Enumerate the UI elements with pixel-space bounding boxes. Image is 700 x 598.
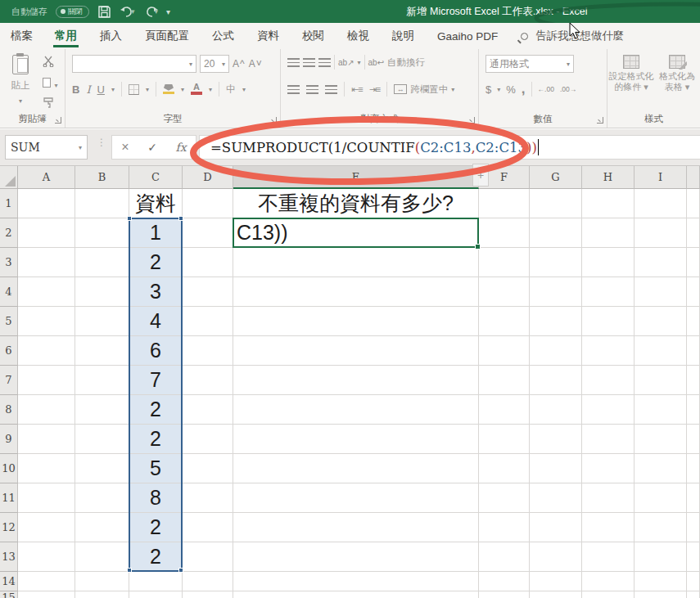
phonetic-dropdown-icon[interactable]: ▾ <box>242 86 246 93</box>
increase-indent-button[interactable]: ⇥≡ <box>369 84 381 95</box>
grow-font-button[interactable]: A^ <box>233 58 246 70</box>
currency-button[interactable]: $ <box>485 83 491 96</box>
cell-A8[interactable] <box>18 395 75 425</box>
format-as-table-button[interactable]: 格式化為表格 ▾ <box>657 55 698 92</box>
name-box[interactable]: SUM▾ <box>5 135 88 160</box>
cell-C3[interactable]: 2 <box>129 248 183 277</box>
copy-button[interactable]: ▾ <box>43 76 57 91</box>
cell-C12[interactable]: 2 <box>129 513 183 542</box>
cell-H9[interactable] <box>582 425 635 454</box>
cell-H3[interactable] <box>582 248 635 277</box>
cell-F3[interactable] <box>479 248 530 277</box>
cell-G15[interactable] <box>530 591 582 598</box>
cell-B15[interactable] <box>75 591 129 598</box>
cell-F10[interactable] <box>479 454 530 483</box>
cell-H5[interactable] <box>582 307 635 336</box>
align-center-button[interactable] <box>306 85 318 94</box>
cell-I8[interactable] <box>635 395 687 425</box>
cell-A3[interactable] <box>18 248 75 277</box>
cell-G14[interactable] <box>530 572 582 591</box>
decrease-decimal-button[interactable]: .00→ <box>560 86 576 92</box>
font-dialog-launcher[interactable] <box>270 117 277 124</box>
row-header-3[interactable]: 3 <box>0 248 18 277</box>
cell-I12[interactable] <box>635 513 687 542</box>
cell-E7[interactable] <box>233 366 479 395</box>
undo-icon[interactable]: ▾ <box>120 6 135 18</box>
cell-I5[interactable] <box>635 307 687 336</box>
cell-H7[interactable] <box>582 366 635 395</box>
row-header-6[interactable]: 6 <box>0 336 18 366</box>
paste-button[interactable]: 貼上 ▾ <box>7 55 34 106</box>
cell-E12[interactable] <box>233 513 479 542</box>
cell-E11[interactable] <box>233 483 479 513</box>
ribbon-tab-3[interactable]: 頁面配置 <box>133 23 201 49</box>
cell-D2[interactable] <box>183 218 233 248</box>
cell-C6[interactable]: 6 <box>129 336 183 366</box>
cell-E14[interactable] <box>233 572 479 591</box>
column-header-A[interactable]: A <box>18 166 75 189</box>
row-header-15[interactable]: 15 <box>0 591 18 598</box>
cell-D10[interactable] <box>183 454 233 483</box>
enter-button[interactable]: ✓ <box>147 141 157 154</box>
font-size-combo[interactable]: 20▾ <box>200 55 229 73</box>
row-header-2[interactable]: 2 <box>0 218 18 248</box>
cell-I3[interactable] <box>635 248 687 277</box>
cell-I15[interactable] <box>635 591 687 598</box>
formula-input[interactable]: =SUMPRODUCT(1/COUNTIF(C2:C13,C2:C13)) <box>199 135 700 160</box>
align-left-button[interactable] <box>287 85 300 94</box>
row-header-10[interactable]: 10 <box>0 454 18 483</box>
cell-A10[interactable] <box>18 454 75 483</box>
cell-C7[interactable]: 7 <box>129 366 183 395</box>
cell-E5[interactable] <box>233 307 479 336</box>
cell-C13[interactable]: 2 <box>129 542 183 572</box>
cell-F7[interactable] <box>479 366 530 395</box>
cell-C14[interactable] <box>129 572 183 591</box>
cell-B7[interactable] <box>75 366 129 395</box>
cell-A7[interactable] <box>18 366 75 395</box>
cell-G2[interactable] <box>530 218 582 248</box>
cell-E3[interactable] <box>233 248 479 277</box>
cell-I4[interactable] <box>635 277 687 307</box>
cell-B3[interactable] <box>75 248 129 277</box>
cell-H10[interactable] <box>582 454 635 483</box>
cell-G11[interactable] <box>530 483 582 513</box>
cell-G13[interactable] <box>530 542 582 572</box>
redo-icon[interactable]: ▾ <box>143 6 159 18</box>
cell-H12[interactable] <box>582 513 635 542</box>
column-header-G[interactable]: G <box>530 166 582 189</box>
cell-F15[interactable] <box>479 591 530 598</box>
cell-E15[interactable] <box>233 591 479 598</box>
cell-B1[interactable] <box>75 189 129 218</box>
cell-D7[interactable] <box>183 366 233 395</box>
cell-H1[interactable] <box>582 189 635 218</box>
ribbon-tab-6[interactable]: 校閱 <box>291 23 336 49</box>
cell-G9[interactable] <box>530 425 582 454</box>
cell-C15[interactable] <box>129 591 183 598</box>
font-name-combo[interactable]: ▾ <box>72 55 196 73</box>
row-header-8[interactable]: 8 <box>0 395 18 425</box>
cell-H13[interactable] <box>582 542 635 572</box>
number-format-combo[interactable]: 通用格式▾ <box>485 55 574 73</box>
underline-dropdown-icon[interactable]: ▾ <box>111 86 115 93</box>
orientation-dropdown-icon[interactable]: ▾ <box>358 59 361 66</box>
cell-I10[interactable] <box>635 454 687 483</box>
orientation-button[interactable]: ab↗ <box>338 58 355 67</box>
cancel-button[interactable]: × <box>121 140 129 155</box>
cell-F8[interactable] <box>479 395 530 425</box>
cell-B10[interactable] <box>75 454 129 483</box>
ribbon-tab-8[interactable]: 說明 <box>381 23 426 49</box>
cell-F11[interactable] <box>479 483 530 513</box>
row-header-7[interactable]: 7 <box>0 366 18 395</box>
cell-F12[interactable] <box>479 513 530 542</box>
underline-button[interactable]: U <box>97 83 105 96</box>
cell-A6[interactable] <box>18 336 75 366</box>
cell-G12[interactable] <box>530 513 582 542</box>
cell-B2[interactable] <box>75 218 129 248</box>
cell-B5[interactable] <box>75 307 129 336</box>
cell-G4[interactable] <box>530 277 582 307</box>
customize-qat-icon[interactable]: ▾ <box>166 7 170 16</box>
cell-F14[interactable] <box>479 572 530 591</box>
cell-C10[interactable]: 5 <box>129 454 183 483</box>
row-header-4[interactable]: 4 <box>0 277 18 307</box>
cell-F6[interactable] <box>479 336 530 366</box>
